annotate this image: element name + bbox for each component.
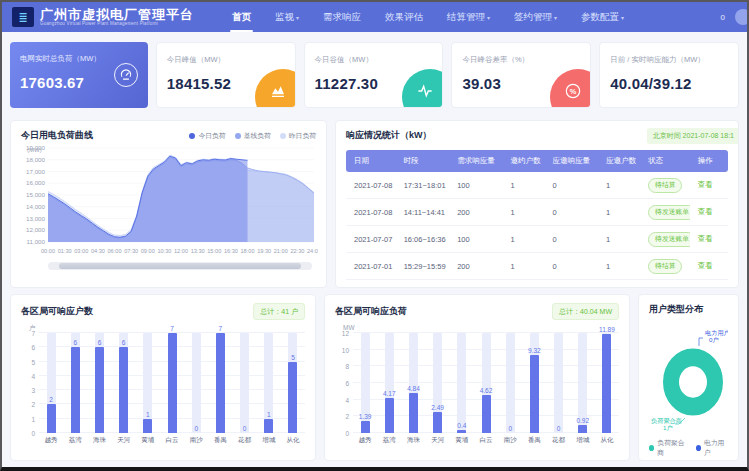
- x-tick-label: 10:30: [157, 248, 171, 254]
- x-tick-label: 黄埔: [136, 436, 160, 445]
- bar-value-label: 6: [98, 339, 102, 346]
- bar-background-stripe: 0: [192, 333, 201, 433]
- bar-column: 4.62: [474, 333, 498, 433]
- x-tick-label: 19:30: [257, 248, 271, 254]
- bar-value-label: 0.92: [576, 417, 589, 424]
- x-axis-labels: 越秀荔湾海珠天河黄埔白云南沙番禺花都增城从化: [39, 436, 305, 445]
- kpi-label: 今日峰值（MW）: [167, 55, 285, 65]
- bar-column: 4.17: [377, 333, 401, 433]
- bar[interactable]: [216, 333, 225, 433]
- table-cell: 16:06~16:36: [396, 235, 449, 244]
- bar-background-stripe: 0: [240, 333, 249, 433]
- bar[interactable]: [361, 421, 370, 433]
- bar[interactable]: [482, 395, 491, 434]
- user-avatar[interactable]: [735, 9, 749, 25]
- status-cell: 待发送账单: [640, 205, 690, 220]
- table-row: 2021-07-0817:31~18:01100101待结算查看: [346, 172, 728, 199]
- y-tick-label: 3: [31, 387, 35, 394]
- legend-item[interactable]: 今日负荷: [189, 131, 225, 141]
- legend-item[interactable]: 基线负荷: [235, 131, 271, 141]
- bar-background-stripe: 0: [554, 333, 563, 433]
- legend-item[interactable]: 电力用户: [696, 438, 728, 458]
- bar[interactable]: [71, 347, 80, 433]
- legend-item[interactable]: 昨日负荷: [280, 131, 316, 141]
- bar-background-stripe: 11.89: [602, 333, 611, 433]
- bar-value-label: 1.39: [359, 413, 372, 420]
- bar[interactable]: [602, 334, 611, 433]
- bar[interactable]: [119, 347, 128, 433]
- table-cell: 1: [503, 262, 545, 271]
- bar-background-stripe: 0.92: [578, 333, 587, 433]
- bar-column: 0: [184, 333, 208, 433]
- bar[interactable]: [143, 419, 152, 433]
- legend-label: 负荷聚合商: [657, 438, 687, 458]
- view-link[interactable]: 查看: [698, 234, 713, 243]
- empty-row: [346, 280, 728, 288]
- view-link[interactable]: 查看: [698, 207, 713, 216]
- nav-item-label: 结算管理: [447, 11, 485, 24]
- legend-item[interactable]: 负荷聚合商: [649, 438, 688, 458]
- bar[interactable]: [385, 398, 394, 433]
- bar[interactable]: [95, 347, 104, 433]
- bar-column: 0: [233, 333, 257, 433]
- x-tick-label: 04:30: [91, 248, 105, 254]
- bar[interactable]: [288, 362, 297, 433]
- bar-column: 9.32: [522, 333, 546, 433]
- legend-dot: [649, 445, 654, 451]
- bar-background-stripe: 6: [95, 333, 104, 433]
- bar-column: 7: [160, 333, 184, 433]
- bar-column: 11.89: [595, 333, 619, 433]
- bar[interactable]: [47, 404, 56, 433]
- load-curve-chart: (MW)11,00012,00013,00014,00015,00016,000…: [21, 142, 318, 256]
- legend-dot: [189, 133, 195, 139]
- bar[interactable]: [457, 430, 466, 433]
- bar-background-stripe: 0: [506, 333, 515, 433]
- y-tick-label: 13,000: [26, 215, 45, 222]
- x-tick-label: 白云: [474, 436, 498, 445]
- nav-item-3[interactable]: 效果评估: [373, 2, 435, 32]
- bar[interactable]: [578, 425, 587, 433]
- view-link[interactable]: 查看: [698, 180, 713, 189]
- nav-item-5[interactable]: 签约管理▾: [502, 2, 569, 32]
- table-cell: 200: [449, 262, 502, 271]
- nav-item-0[interactable]: 首页: [220, 2, 263, 32]
- bar[interactable]: [530, 355, 539, 433]
- nav-item-1[interactable]: 监视▾: [263, 2, 311, 32]
- datazoom-slider[interactable]: [48, 262, 312, 270]
- bar[interactable]: [409, 393, 418, 433]
- bar-column: 1: [257, 333, 281, 433]
- x-tick-label: 番禺: [522, 436, 546, 445]
- bar[interactable]: [168, 333, 177, 433]
- bar-column: 6: [87, 333, 111, 433]
- y-tick-label: 0: [345, 430, 349, 437]
- donut-slice-aggregator[interactable]: [671, 357, 715, 406]
- nav-item-6[interactable]: 参数配置▾: [569, 2, 636, 32]
- middle-row: 今日用电负荷曲线 今日负荷基线负荷昨日负荷 (MW)11,00012,00013…: [10, 120, 739, 288]
- bar-column: 4.84: [401, 333, 425, 433]
- status-cell: 待发送账单: [640, 232, 690, 247]
- x-tick-label: 22:30: [290, 248, 304, 254]
- nav-item-4[interactable]: 结算管理▾: [435, 2, 502, 32]
- x-tick-label: 荔湾: [377, 436, 401, 445]
- y-tick-label: 12,000: [26, 226, 45, 233]
- x-tick-label: 增城: [571, 436, 595, 445]
- kpi-card-4: 日前 / 实时响应能力（MW）40.04/39.12: [599, 42, 739, 108]
- datazoom-handle[interactable]: [59, 263, 302, 269]
- bar[interactable]: [264, 419, 273, 433]
- y-tick-label: 4: [31, 372, 35, 379]
- area-series: [48, 156, 248, 242]
- table-cell: 0: [545, 262, 598, 271]
- nav-item-2[interactable]: 需求响应: [311, 2, 373, 32]
- bar-column: 6: [112, 333, 136, 433]
- notification-count[interactable]: 0: [721, 13, 725, 22]
- beijing-time-badge: 北京时间 2021-07-08 18:1: [647, 128, 739, 144]
- bar-column: 1.39: [353, 333, 377, 433]
- logo-icon: ≣: [12, 7, 34, 27]
- legend-label: 今日负荷: [198, 131, 225, 141]
- action-cell: 查看: [690, 261, 728, 271]
- bar[interactable]: [433, 412, 442, 433]
- load-curve-legend: 今日负荷基线负荷昨日负荷: [189, 131, 316, 141]
- response-table-header: 日期时段需求响应量邀约户数应邀响应量应邀户数状态操作: [346, 150, 728, 172]
- table-cell: 1: [503, 208, 545, 217]
- view-link[interactable]: 查看: [698, 261, 713, 270]
